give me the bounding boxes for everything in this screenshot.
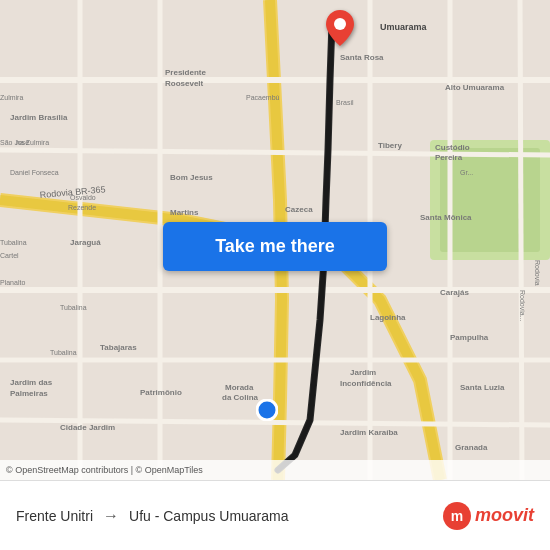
arrow-right-icon: → <box>103 507 119 525</box>
attribution-text: © OpenStreetMap contributors | © OpenMap… <box>6 465 203 475</box>
svg-text:Jardim Karaíba: Jardim Karaíba <box>340 428 398 437</box>
svg-text:Pampulha: Pampulha <box>450 333 489 342</box>
svg-text:Alto Umuarama: Alto Umuarama <box>445 83 505 92</box>
svg-text:Lagoinha: Lagoinha <box>370 313 406 322</box>
moovit-logo: m moovit <box>443 502 534 530</box>
svg-text:Jardim: Jardim <box>350 368 376 377</box>
svg-text:Inconfidência: Inconfidência <box>340 379 392 388</box>
svg-text:Custódio: Custódio <box>435 143 470 152</box>
svg-text:Gr...: Gr... <box>460 169 473 176</box>
svg-text:Tubalina: Tubalina <box>0 239 27 246</box>
svg-text:Cartel: Cartel <box>0 252 19 259</box>
moovit-logo-icon: m <box>443 502 471 530</box>
map-container: Rodovia BR-365 Jardim Brasília President… <box>0 0 550 480</box>
svg-text:Rezende: Rezende <box>68 204 96 211</box>
svg-text:Planalto: Planalto <box>0 279 25 286</box>
svg-point-61 <box>257 400 277 420</box>
svg-text:Martins: Martins <box>170 208 199 217</box>
route-info: Frente Unitri → Ufu - Campus Umuarama <box>16 507 443 525</box>
map-attribution: © OpenStreetMap contributors | © OpenMap… <box>0 460 550 480</box>
svg-text:Zulmira: Zulmira <box>0 94 23 101</box>
svg-text:Jardim Brasília: Jardim Brasília <box>10 113 68 122</box>
route-destination: Ufu - Campus Umuarama <box>129 508 289 524</box>
svg-text:Patrimônio: Patrimônio <box>140 388 182 397</box>
route-end-circle-icon <box>256 399 278 421</box>
svg-text:na Zulmira: na Zulmira <box>16 139 49 146</box>
svg-text:Brasil: Brasil <box>336 99 354 106</box>
svg-text:Rodovia...: Rodovia... <box>519 290 526 322</box>
svg-text:Umuarama: Umuarama <box>380 22 428 32</box>
svg-text:Rodovia: Rodovia <box>534 260 541 286</box>
bottom-bar: Frente Unitri → Ufu - Campus Umuarama m … <box>0 480 550 550</box>
svg-text:Santa Luzia: Santa Luzia <box>460 383 505 392</box>
route-end-marker <box>256 399 278 425</box>
svg-text:Jaraguá: Jaraguá <box>70 238 101 247</box>
svg-text:Cidade Jardim: Cidade Jardim <box>60 423 115 432</box>
destination-pin <box>326 10 354 50</box>
svg-text:Jardim das: Jardim das <box>10 378 53 387</box>
svg-rect-2 <box>440 148 540 252</box>
svg-text:Pacaembú: Pacaembú <box>246 94 280 101</box>
svg-point-60 <box>334 18 346 30</box>
svg-text:Carajás: Carajás <box>440 288 469 297</box>
svg-text:Tibery: Tibery <box>378 141 402 150</box>
svg-text:Cazeca: Cazeca <box>285 205 313 214</box>
take-me-there-button[interactable]: Take me there <box>163 222 387 271</box>
svg-text:Tubalina: Tubalina <box>50 349 77 356</box>
svg-text:Granada: Granada <box>455 443 488 452</box>
svg-text:Bom Jesus: Bom Jesus <box>170 173 213 182</box>
location-pin-icon <box>326 10 354 46</box>
svg-text:Presidente: Presidente <box>165 68 206 77</box>
svg-text:Santa Rosa: Santa Rosa <box>340 53 384 62</box>
svg-text:Morada: Morada <box>225 383 254 392</box>
svg-text:Santa Mônica: Santa Mônica <box>420 213 472 222</box>
svg-text:Roosevelt: Roosevelt <box>165 79 204 88</box>
route-origin: Frente Unitri <box>16 508 93 524</box>
svg-text:Pereira: Pereira <box>435 153 463 162</box>
svg-line-12 <box>520 0 522 480</box>
svg-text:Osvaldo: Osvaldo <box>70 194 96 201</box>
svg-text:Palmeiras: Palmeiras <box>10 389 48 398</box>
svg-text:Tabajaras: Tabajaras <box>100 343 137 352</box>
moovit-logo-text: moovit <box>475 505 534 526</box>
svg-text:Tubalina: Tubalina <box>60 304 87 311</box>
svg-text:Daniel Fonseca: Daniel Fonseca <box>10 169 59 176</box>
svg-text:da Colina: da Colina <box>222 393 259 402</box>
